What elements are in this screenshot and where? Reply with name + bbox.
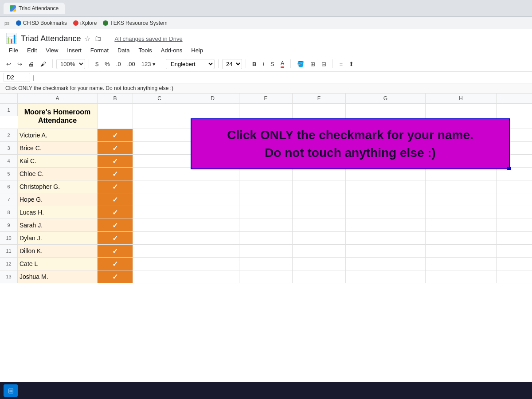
valign-button[interactable]: ⬍ [346,59,356,69]
student-name-3: Chloe C. [18,168,98,180]
cell-8g [346,206,426,219]
check-cell-7[interactable]: ✓ [98,219,133,231]
checkmark-icon[interactable]: ✓ [112,170,118,178]
bookmark-teks[interactable]: TEKS Resource System [103,20,167,26]
decimal-inc-button[interactable]: .00 [125,59,138,69]
strikethrough-button[interactable]: S [268,59,277,69]
checkmark-icon[interactable]: ✓ [112,208,118,217]
cell-reference-input[interactable] [4,73,30,82]
checkmark-icon[interactable]: ✓ [112,221,118,230]
checkmark-icon[interactable]: ✓ [112,234,118,243]
col-header-d[interactable]: D [186,94,239,103]
menu-file[interactable]: File [5,45,22,55]
fill-color-button[interactable]: 🪣 [294,59,307,69]
print-button[interactable]: 🖨 [26,59,37,69]
menu-format[interactable]: Format [87,45,112,55]
bookmark-bar: ps CFISD Bookmarks iXplore TEKS Resource… [0,17,532,29]
check-cell-2[interactable]: ✓ [98,155,133,167]
check-cell-3[interactable]: ✓ [98,168,133,180]
overlay-line2: Do not touch anything else :) [265,144,436,161]
col-header-f[interactable]: F [293,94,346,103]
italic-button[interactable]: I [260,59,267,69]
menu-tools[interactable]: Tools [135,45,155,55]
col-header-c[interactable]: C [133,94,186,103]
student-name-0: Victorie A. [18,129,98,141]
toolbar-sep-2 [89,59,89,68]
col-header-b[interactable]: B [98,94,133,103]
menu-data[interactable]: Data [114,45,133,55]
student-name-9: Dillon K. [18,245,98,257]
align-button[interactable]: ≡ [336,59,345,69]
bookmark-ixplore[interactable]: iXplore [73,20,97,26]
toolbar-cell-group: 🪣 ⊞ ⊟ [294,59,329,69]
menu-view[interactable]: View [42,45,62,55]
col-header-g[interactable]: G [346,94,426,103]
font-color-button[interactable]: A [278,58,287,70]
merge-button[interactable]: ⊟ [319,59,329,69]
number-format-button[interactable]: 123 ▾ [139,59,158,69]
row-num-12: 12 [0,258,18,270]
start-button[interactable]: ⊞ [4,384,18,397]
checkmark-icon[interactable]: ✓ [112,247,118,255]
undo-button[interactable]: ↩ [4,59,14,69]
menu-help[interactable]: Help [188,45,207,55]
student-name-5: Hope G. [18,193,98,206]
check-cell-11[interactable]: ✓ [98,270,133,283]
checkmark-icon[interactable]: ✓ [112,131,118,140]
paint-format-button[interactable]: 🖌 [38,59,49,69]
cell-7e [239,193,293,206]
overlay-resize-handle[interactable] [507,167,511,170]
formula-separator: | [33,74,34,81]
bookmark-cfisd[interactable]: CFISD Bookmarks [16,20,67,26]
check-cell-5[interactable]: ✓ [98,193,133,206]
cell-8c [133,206,186,219]
cell-11g [346,245,426,257]
col-header-e[interactable]: E [239,94,293,103]
check-cell-1[interactable]: ✓ [98,142,133,154]
check-cell-4[interactable]: ✓ [98,180,133,193]
decimal-dec-button[interactable]: .0 [113,59,124,69]
percent-button[interactable]: % [102,59,113,69]
checkmark-icon[interactable]: ✓ [112,273,118,281]
menu-addons[interactable]: Add-ons [157,45,186,55]
check-cell-0[interactable]: ✓ [98,129,133,141]
cell-8e [239,206,293,219]
browser-tab[interactable]: Triad Attendance [4,3,65,14]
checkmark-icon[interactable]: ✓ [112,144,118,153]
font-size-dropdown[interactable]: 24 [222,59,242,69]
checkmark-icon[interactable]: ✓ [112,157,118,165]
checkmark-icon[interactable]: ✓ [112,196,118,204]
row-num-8: 8 [0,206,18,219]
cell-8h [426,206,497,219]
toolbar-sep-5 [246,59,246,68]
font-name-dropdown[interactable]: Englebert [166,59,215,69]
cell-8f [293,206,346,219]
toolbar-sep-4 [218,59,219,68]
col-header-h[interactable]: H [426,94,497,103]
check-cell-9[interactable]: ✓ [98,245,133,257]
checkmark-icon[interactable]: ✓ [112,183,118,191]
check-cell-10[interactable]: ✓ [98,258,133,270]
check-cell-8[interactable]: ✓ [98,232,133,244]
drive-move-icon[interactable]: 🗂 [94,34,102,43]
save-status: All changes saved in Drive [114,35,182,42]
check-cell-6[interactable]: ✓ [98,206,133,219]
toolbar-sep-7 [332,59,333,68]
col-header-a[interactable]: A [18,94,98,103]
menu-edit[interactable]: Edit [23,45,40,55]
formula-input[interactable] [37,73,528,82]
redo-button[interactable]: ↪ [15,59,25,69]
menu-insert[interactable]: Insert [63,45,85,55]
cell-6g [346,180,426,193]
bold-button[interactable]: B [250,59,259,69]
menu-bar: File Edit View Insert Format Data Tools … [0,44,532,56]
bookmark-label-cfisd: CFISD Bookmarks [23,20,67,26]
formula-bar: | [0,72,532,83]
currency-button[interactable]: $ [93,59,101,69]
zoom-dropdown[interactable]: 100% [56,59,85,69]
borders-button[interactable]: ⊞ [308,59,318,69]
browser-chrome: Triad Attendance [0,0,532,17]
cell-5h [426,168,497,180]
checkmark-icon[interactable]: ✓ [112,260,118,268]
star-icon[interactable]: ☆ [84,35,90,43]
